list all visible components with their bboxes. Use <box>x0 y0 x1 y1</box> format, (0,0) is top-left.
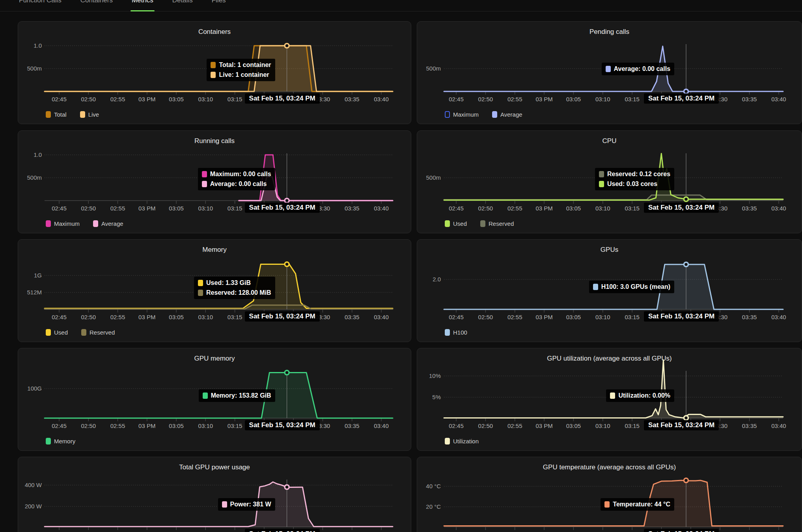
chart-card-gpu-temperature: GPU temperature (average across all GPUs… <box>417 457 802 532</box>
series-swatch-icon <box>203 392 208 399</box>
legend-item-maximum[interactable]: Maximum <box>445 111 479 118</box>
tooltip-value: Reserved: 0.12 cores <box>607 171 670 178</box>
x-axis-label: 03:35 <box>338 314 367 320</box>
x-axis-label: 03:10 <box>191 314 220 320</box>
series-swatch-icon <box>202 181 207 187</box>
chart-card-running-calls: Running calls1.0500m02:4502:5002:5503 PM… <box>18 130 411 233</box>
legend-item-reserved[interactable]: Reserved <box>480 220 514 227</box>
chart-legend: UsedReserved <box>46 329 115 336</box>
legend-item-average[interactable]: Average <box>492 111 522 118</box>
x-axis-label: 03:40 <box>367 205 396 212</box>
chart-card-gpu-memory: GPU memory100G02:4502:5002:5503 PM03:050… <box>18 348 411 451</box>
hover-tooltip: Reserved: 0.12 coresUsed: 0.03 cores <box>595 168 674 190</box>
legend-item-used[interactable]: Used <box>445 220 467 227</box>
x-axis-label: 03:10 <box>588 423 617 429</box>
series-swatch-icon <box>599 181 604 187</box>
tab-details[interactable]: Details <box>172 0 193 11</box>
series-swatch-icon <box>211 62 216 68</box>
x-axis-label: 03:40 <box>367 96 396 102</box>
x-axis-label: 02:45 <box>45 314 74 320</box>
tooltip-row: Average: 0.00 calls <box>606 65 671 73</box>
legend-swatch-icon <box>80 111 85 118</box>
tab-containers[interactable]: Containers <box>80 0 113 11</box>
date-tooltip: Sat Feb 15, 03:24 PM <box>245 203 320 213</box>
hover-tooltip: Temperature: 44 °C <box>601 498 674 511</box>
chart-canvas-gpu-temperature[interactable] <box>417 457 802 532</box>
series-swatch-icon <box>198 280 203 286</box>
legend-item-average[interactable]: Average <box>93 220 123 227</box>
x-axis-label: 03:10 <box>191 96 220 102</box>
y-axis-label: 1.0 <box>18 42 42 49</box>
x-axis-label: 03:05 <box>162 205 191 212</box>
chart-card-cpu: CPU500m02:4502:5002:5503 PM03:0503:1003:… <box>417 130 802 233</box>
legend-swatch-icon <box>46 329 51 336</box>
legend-item-maximum[interactable]: Maximum <box>46 220 80 227</box>
legend-label: Utilization <box>453 438 479 445</box>
x-axis-label: 03:10 <box>191 423 220 429</box>
tab-files[interactable]: Files <box>212 0 226 11</box>
legend-label: Live <box>88 111 99 118</box>
x-axis-label: 02:55 <box>103 205 132 212</box>
chart-canvas-gpu-power[interactable] <box>18 457 411 532</box>
x-axis-label: 03:10 <box>588 96 617 102</box>
tab-list: Function CallsContainersMetricsDetailsFi… <box>19 0 226 11</box>
y-axis-label: 10% <box>417 372 441 379</box>
tooltip-value: Utilization: 0.00% <box>618 392 670 399</box>
x-axis-label: 02:55 <box>500 423 530 429</box>
tooltip-value: Power: 381 W <box>230 501 271 508</box>
hover-tooltip: Maximum: 0.00 callsAverage: 0.00 calls <box>198 168 275 190</box>
tooltip-value: Used: 1.33 GiB <box>206 279 251 286</box>
legend-swatch-icon <box>445 111 450 118</box>
x-axis-label: 02:50 <box>74 96 103 102</box>
legend-item-reserved[interactable]: Reserved <box>81 329 115 336</box>
legend-item-memory[interactable]: Memory <box>46 438 75 445</box>
x-axis-label: 03 PM <box>530 96 559 102</box>
x-axis-label: 03:05 <box>162 96 191 102</box>
chart-card-pending-calls: Pending calls500m02:4502:5002:5503 PM03:… <box>417 21 802 124</box>
tooltip-row: Total: 1 container <box>211 61 271 69</box>
legend-item-utilization[interactable]: Utilization <box>445 438 479 445</box>
series-swatch-icon <box>198 290 203 296</box>
chart-card-gpu-utilization: GPU utilization (average across all GPUs… <box>417 348 802 451</box>
legend-item-h100[interactable]: H100 <box>445 329 467 336</box>
y-axis-label: 500m <box>18 174 42 181</box>
legend-item-used[interactable]: Used <box>46 329 68 336</box>
legend-item-total[interactable]: Total <box>46 111 67 118</box>
x-axis-label: 03 PM <box>132 96 162 102</box>
legend-label: H100 <box>453 329 467 336</box>
date-tooltip: Sat Feb 15, 03:24 PM <box>644 311 719 322</box>
y-axis-label: 100G <box>18 385 42 392</box>
metrics-page: Function CallsContainersMetricsDetailsFi… <box>0 0 802 532</box>
y-axis-label: 1G <box>18 272 42 279</box>
legend-swatch-icon <box>46 438 51 445</box>
series-swatch-icon <box>599 171 604 177</box>
x-axis-label: 03:35 <box>735 423 764 429</box>
y-axis-label: 500m <box>417 65 441 72</box>
tab-function-calls[interactable]: Function Calls <box>19 0 62 11</box>
date-tooltip: Sat Feb 15, 03:24 PM <box>644 420 719 430</box>
x-axis-label: 03:35 <box>338 423 367 429</box>
hover-tooltip: Utilization: 0.00% <box>606 389 674 402</box>
tooltip-row: Used: 0.03 cores <box>599 180 670 188</box>
x-axis-label: 02:45 <box>45 423 74 429</box>
tooltip-row: Reserved: 128.00 MiB <box>198 289 271 296</box>
chart-legend: MaximumAverage <box>445 111 522 118</box>
tooltip-row: Reserved: 0.12 cores <box>599 171 670 178</box>
x-axis-label: 03:05 <box>559 205 588 212</box>
x-axis-label: 03 PM <box>132 314 162 320</box>
y-axis-label: 500m <box>18 65 42 72</box>
chart-card-gpus: GPUs2.002:4502:5002:5503 PM03:0503:1003:… <box>417 239 802 342</box>
tooltip-value: Used: 0.03 cores <box>607 180 657 188</box>
x-axis-label: 02:50 <box>74 205 103 212</box>
tab-metrics[interactable]: Metrics <box>132 0 153 11</box>
x-axis-label: 03:40 <box>764 423 793 429</box>
x-axis-label: 03:15 <box>617 205 647 212</box>
date-tooltip: Sat Feb 15, 03:24 PM <box>245 311 320 322</box>
date-tooltip: Sat Feb 15, 03:24 PM <box>245 529 320 532</box>
y-axis-label: 200 W <box>18 503 42 510</box>
x-axis-label: 03:05 <box>162 314 191 320</box>
legend-item-live[interactable]: Live <box>80 111 99 118</box>
tooltip-row: Temperature: 44 °C <box>604 501 670 508</box>
x-axis-label: 03:15 <box>617 314 647 320</box>
hover-tooltip: H100: 3.0 GPUs (mean) <box>589 281 674 293</box>
